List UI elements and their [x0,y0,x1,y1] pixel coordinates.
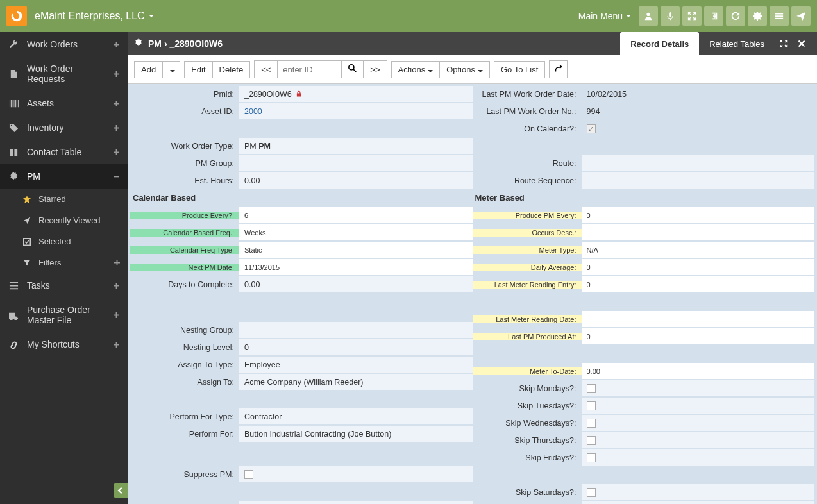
label-asset-id: Asset ID: [130,107,239,116]
label-route-seq: Route Sequence: [473,176,582,185]
skip-thu-checkbox[interactable] [587,436,596,445]
settings-icon[interactable] [748,6,767,26]
value-meter-todate: 0.00 [582,363,815,379]
delete-button[interactable]: Delete [212,61,251,78]
user-icon[interactable] [639,6,658,26]
org-dropdown[interactable]: eMaint Enterprises, LLC [35,10,154,22]
page-header: PM › _2890OI0W6 Record Details Related T… [128,32,817,55]
section-meter-based: Meter Based [473,189,815,206]
share-button[interactable] [549,60,568,78]
collapse-sidebar-button[interactable] [114,483,128,498]
actions-dropdown[interactable]: Actions [391,61,441,78]
label-pm-group: PM Group: [130,159,239,168]
lock-icon [296,90,302,99]
value-cal-freq-type: Static [239,242,473,258]
skip-tue-checkbox[interactable] [587,401,596,410]
label-last-pm-at: Last PM Produced At: [473,333,582,340]
add-button[interactable]: Add [134,61,163,78]
label-assign-to: Assign To: [130,378,239,387]
value-meter-type: N/A [582,242,815,258]
barcode-icon [8,99,19,108]
label-route: Route: [473,159,582,168]
value-est-hours: 0.00 [239,172,473,189]
sidebar-item-work-orders[interactable]: Work Orders [0,32,128,56]
label-last-pm-no: Last PM Work Order No.: [473,107,582,116]
prev-button[interactable]: << [254,60,278,78]
sidebar-item-shortcuts[interactable]: My Shortcuts [0,332,128,357]
suppress-checkbox[interactable] [244,470,253,479]
tab-record-details[interactable]: Record Details [620,32,699,55]
mic-icon[interactable] [661,6,680,26]
label-produce-pm-every: Produce PM Every: [473,212,582,219]
skip-wed-checkbox[interactable] [587,419,596,428]
app-logo [6,6,27,26]
book-icon [8,147,19,157]
value-skip-tue [582,398,815,414]
value-suppress [239,466,473,482]
tab-related-tables[interactable]: Related Tables [699,32,775,55]
skip-sat-checkbox[interactable] [587,488,596,497]
value-route-seq [582,172,815,189]
on-calendar-checkbox[interactable] [587,124,596,133]
chevron-down-icon [149,15,154,17]
id-input[interactable] [278,60,342,78]
value-perform-for: Button Industrial Contracting (Joe Butto… [239,426,473,442]
value-asset-id[interactable]: 2000 [239,103,473,119]
sidebar-item-wo-requests[interactable]: Work Order Requests [0,56,128,91]
options-dropdown[interactable]: Options [439,61,490,78]
sidebar: Work Orders Work Order Requests Assets I… [0,32,128,504]
send-icon[interactable] [791,6,811,26]
label-skip-tue: Skip Tuesdays?: [473,401,582,410]
label-days-complete: Days to Complete: [130,280,239,289]
label-meter-todate: Meter To-Date: [473,367,582,375]
org-name: eMaint Enterprises, LLC [35,10,145,22]
star-icon [22,196,32,203]
expand-icon[interactable] [775,32,793,55]
value-next-pm: 11/13/2015 [239,259,473,275]
label-occurs-desc: Occurs Desc.: [473,229,582,237]
pm-sub-starred[interactable]: Starred [0,189,128,210]
value-nesting-group [239,322,473,338]
check-icon [22,238,32,246]
value-last-pm-at: 0 [582,328,815,344]
plus-icon [112,99,120,107]
content: Pmid:_2890OI0W6 Asset ID:2000 Work Order… [128,84,817,504]
label-est-hours: Est. Hours: [130,176,239,185]
value-produce-pm-every: 0 [582,207,815,223]
sidebar-item-po[interactable]: Purchase Order Master File [0,298,128,332]
menu-icon[interactable] [770,6,789,26]
sidebar-item-tasks[interactable]: Tasks [0,273,128,298]
label-last-meter-entry: Last Meter Reading Entry: [473,281,582,289]
sidebar-item-contact[interactable]: Contact Table [0,140,128,164]
label-on-calendar: On Calendar?: [473,124,582,133]
pm-sub-selected[interactable]: Selected [0,231,128,252]
gotolist-button[interactable]: Go To List [494,61,545,78]
main-menu-dropdown[interactable]: Main Menu [578,11,631,21]
close-icon[interactable] [793,32,811,55]
skip-mon-checkbox[interactable] [587,384,596,393]
add-dropdown[interactable] [162,61,180,78]
sidebar-item-pm[interactable]: PM [0,164,128,189]
minus-icon [112,172,120,180]
sidebar-item-inventory[interactable]: Inventory [0,115,128,140]
plus-icon [112,311,120,319]
label-suppress: Suppress PM: [130,470,239,479]
top-bar: eMaint Enterprises, LLC Main Menu [0,0,817,32]
expand-icon[interactable] [682,6,702,26]
pm-sub-recent[interactable]: Recently Viewed [0,210,128,231]
filter-icon [22,259,32,267]
search-button[interactable] [342,60,364,78]
pm-sub-filters[interactable]: Filters [0,252,128,273]
sidebar-item-assets[interactable]: Assets [0,91,128,115]
skip-fri-checkbox[interactable] [587,453,596,462]
label-assign-type: Assign To Type: [130,360,239,369]
list-icon [8,281,19,290]
label-skip-fri: Skip Fridays?: [473,453,582,462]
refresh-icon[interactable] [726,6,745,26]
next-button[interactable]: >> [363,60,387,78]
value-perform-type: Contractor [239,408,473,424]
plus-icon [114,258,120,267]
location-icon [22,217,32,224]
edit-button[interactable]: Edit [184,61,212,78]
signout-icon[interactable] [704,6,723,26]
